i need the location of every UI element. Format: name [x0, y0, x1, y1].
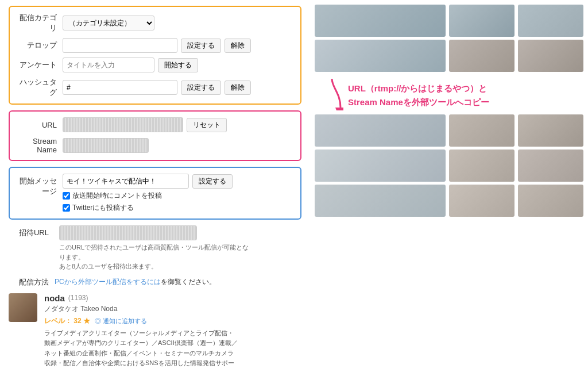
checkbox-comment-label: 放送開始時にコメントを投稿 — [72, 191, 162, 201]
telop-label: テロップ — [17, 40, 63, 51]
telop-input[interactable] — [63, 38, 177, 53]
profile-bio: ライブメディアクリエイター（ソーシャルメディアとライブ配信・動画メディアが専門の… — [44, 328, 239, 369]
thumb-row-5 — [315, 185, 583, 217]
url-controls: リセット — [63, 117, 293, 132]
hashtag-set-button[interactable]: 設定する — [181, 80, 221, 95]
thumbnail-small-4b — [518, 150, 583, 182]
telop-clear-button[interactable]: 解除 — [225, 39, 251, 53]
checkbox-twitter[interactable] — [63, 204, 70, 212]
profile-realname: ノダタケオ Takeo Noda — [44, 304, 301, 314]
telop-controls: 設定する 解除 — [63, 38, 293, 53]
orange-section: 配信カテゴリ （カテゴリ未設定） テロップ 設定する 解除 アンケート 開始する — [9, 6, 301, 105]
thumb-row-2-area — [315, 40, 583, 72]
left-panel: 配信カテゴリ （カテゴリ未設定） テロップ 設定する 解除 アンケート 開始する — [0, 0, 310, 368]
thumbnail-small-1b — [518, 5, 583, 37]
profile-username[interactable]: noda — [44, 293, 65, 303]
thumb-row-3 — [315, 114, 583, 147]
level-number: 32 — [74, 317, 81, 325]
invite-content: このURLで招待されたユーザは高画質配信・ツール配信が可能とな ります。 あと8… — [59, 225, 301, 271]
survey-label: アンケート — [17, 60, 63, 70]
stream-name-controls — [63, 138, 293, 153]
start-msg-label: 開始メッセージ — [17, 174, 63, 197]
category-controls: （カテゴリ未設定） — [63, 16, 293, 30]
profile-info: noda (1193) ノダタケオ Takeo Noda レベル： 32 ★ ◎… — [44, 293, 301, 369]
start-msg-row: 開始メッセージ 設定する 放送開始時にコメントを投稿 Twitterにも投稿する — [17, 174, 293, 213]
url-row: URL リセット — [17, 117, 293, 132]
start-msg-input-row: 設定する — [63, 174, 293, 189]
thumbnail-small-5a — [449, 185, 514, 217]
telop-row: テロップ 設定する 解除 — [17, 38, 293, 53]
stream-name-input[interactable] — [63, 138, 149, 153]
checkbox-twitter-row: Twitterにも投稿する — [63, 203, 293, 213]
thumb-row-4 — [315, 150, 583, 182]
thumbnail-main-1 — [315, 5, 446, 37]
url-input[interactable] — [63, 117, 183, 132]
blue-section: 開始メッセージ 設定する 放送開始時にコメントを投稿 Twitterにも投稿する — [9, 167, 301, 220]
profile-avatar — [9, 293, 37, 322]
thumbnail-small-2b — [518, 40, 583, 72]
dist-label: 配信方法 — [9, 277, 55, 288]
stream-name-label: Stream Name — [17, 137, 63, 154]
category-select[interactable]: （カテゴリ未設定） — [63, 16, 154, 30]
survey-controls: 開始する — [63, 57, 293, 72]
stream-name-row: Stream Name — [17, 137, 293, 154]
hashtag-label: ハッシュタグ — [17, 77, 63, 98]
thumbnail-small-3b — [518, 114, 583, 147]
profile-level-row: レベル： 32 ★ ◎ 通知に追加する — [44, 316, 301, 326]
checkbox-twitter-label: Twitterにも投稿する — [72, 203, 134, 213]
notify-link: ◎ 通知に追加する — [95, 317, 147, 325]
dist-method-link[interactable]: PCから外部ツール配信をするには — [55, 278, 161, 286]
invite-row: 招待URL このURLで招待されたユーザは高画質配信・ツール配信が可能とな りま… — [9, 225, 301, 271]
profile-section: noda (1193) ノダタケオ Takeo Noda レベル： 32 ★ ◎… — [9, 293, 301, 369]
survey-input[interactable] — [63, 57, 154, 72]
hashtag-clear-button[interactable]: 解除 — [225, 80, 251, 95]
start-msg-set-button[interactable]: 設定する — [192, 174, 233, 189]
thumbnail-small-5b — [518, 185, 583, 217]
invite-section: 招待URL このURLで招待されたユーザは高画質配信・ツール配信が可能とな りま… — [9, 225, 301, 271]
start-msg-input[interactable] — [63, 174, 189, 189]
thumbnail-main-5 — [315, 185, 446, 217]
profile-name-row: noda (1193) — [44, 293, 301, 303]
pink-section: URL リセット Stream Name — [9, 110, 301, 161]
arrow-container — [320, 76, 343, 110]
survey-row: アンケート 開始する — [17, 57, 293, 72]
thumbnail-small-2a — [449, 40, 514, 72]
category-label: 配信カテゴリ — [17, 13, 63, 33]
invite-label: 招待URL — [9, 225, 55, 238]
notify-add-link[interactable]: ◎ 通知に追加する — [95, 317, 147, 324]
annotation-text: URL（rtmp://からはじまるやつ）と Stream Nameを外部ツールへ… — [348, 76, 489, 109]
thumbnail-small-3a — [449, 114, 514, 147]
thumb-row-1 — [315, 5, 583, 37]
url-label: URL — [17, 121, 63, 129]
dist-content: PCから外部ツール配信をするにはを御覧ください。 — [55, 277, 216, 287]
checkbox-comment-row: 放送開始時にコメントを投稿 — [63, 191, 293, 201]
thumbnail-small-4a — [449, 150, 514, 182]
telop-set-button[interactable]: 設定する — [181, 39, 221, 53]
right-panel: URL（rtmp://からはじまるやつ）と Stream Nameを外部ツールへ… — [310, 0, 588, 368]
thumbnail-main-4 — [315, 150, 446, 182]
category-row: 配信カテゴリ （カテゴリ未設定） — [17, 13, 293, 33]
hashtag-row: ハッシュタグ 設定する 解除 — [17, 77, 293, 98]
annotation-area: URL（rtmp://からはじまるやつ）と Stream Nameを外部ツールへ… — [315, 75, 583, 112]
invite-url-input[interactable] — [59, 225, 197, 240]
level-label: レベル： 32 ★ — [44, 316, 90, 326]
invite-desc: このURLで招待されたユーザは高画質配信・ツール配信が可能とな ります。 あと8… — [59, 243, 301, 271]
thumbnail-main-2 — [315, 40, 446, 72]
hashtag-input[interactable] — [63, 80, 177, 95]
thumbnail-main-3 — [315, 114, 446, 147]
pink-arrow-svg — [320, 76, 343, 110]
star-icon: ★ — [83, 317, 90, 325]
avatar-image — [9, 293, 37, 322]
thumbnail-small-1a — [449, 5, 514, 37]
hashtag-controls: 設定する 解除 — [63, 80, 293, 95]
checkbox-comment[interactable] — [63, 192, 70, 200]
start-msg-content: 設定する 放送開始時にコメントを投稿 Twitterにも投稿する — [63, 174, 293, 213]
profile-id: (1193) — [68, 294, 88, 302]
url-reset-button[interactable]: リセット — [187, 118, 227, 132]
survey-start-button[interactable]: 開始する — [158, 58, 198, 72]
dist-section: 配信方法 PCから外部ツール配信をするにはを御覧ください。 — [9, 277, 301, 288]
